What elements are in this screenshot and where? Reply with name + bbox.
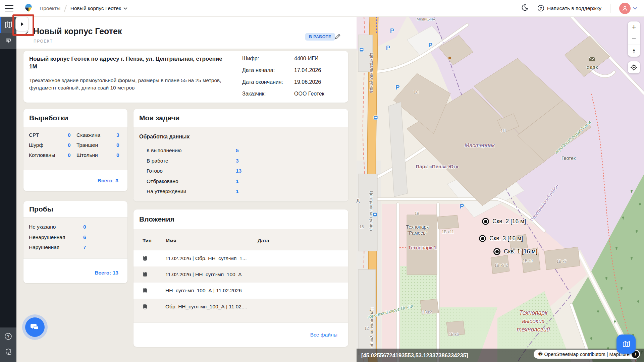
status-badge[interactable]: В РАБОТЕ xyxy=(305,33,335,41)
working-count[interactable]: 0 xyxy=(116,142,122,148)
info-field-row: Дата окончания:19.06.2026 xyxy=(242,79,343,85)
support-label: Написать в поддержку xyxy=(547,5,601,11)
task-status-label: На утверждении xyxy=(147,188,186,194)
sample-label: Нарушенная xyxy=(29,244,59,250)
dark-mode-toggle[interactable] xyxy=(521,4,529,13)
panel-expand-button[interactable] xyxy=(15,17,29,31)
chevron-down-icon xyxy=(633,7,637,10)
map-label: 1В к6 xyxy=(449,332,459,337)
sample-count[interactable]: 7 xyxy=(83,244,86,250)
app-logo[interactable] xyxy=(23,3,34,14)
borehole-marker-label: Скв. 3 [16 м] xyxy=(489,235,523,242)
samples-total-link[interactable]: Всего: 13 xyxy=(95,270,118,276)
info-field-value: 19.06.2026 xyxy=(294,79,321,85)
map-label: Медицинж xyxy=(417,17,435,21)
pencil-icon xyxy=(334,33,341,40)
working-count[interactable]: 0 xyxy=(68,132,76,138)
breadcrumb-current[interactable]: Новый корпус Геотек xyxy=(70,5,127,11)
working-count[interactable]: 0 xyxy=(68,142,76,148)
edit-button[interactable] xyxy=(334,33,342,41)
project-address: Новый корпус Геотек по адресу г. Пенза, … xyxy=(29,55,227,71)
task-status-row: Отбраковано1 xyxy=(139,176,342,187)
borehole-marker[interactable]: Скв. 1 [16 м] xyxy=(493,248,537,255)
task-status-count[interactable]: 3 xyxy=(236,158,239,164)
back-button[interactable] xyxy=(24,31,31,38)
breadcrumb-separator xyxy=(64,5,67,11)
map-label: 1В х11 xyxy=(442,230,454,234)
map-label: 16 xyxy=(359,225,364,229)
attachments-column-header: Дата xyxy=(258,238,269,243)
map-layers-button[interactable] xyxy=(616,335,636,354)
person-icon xyxy=(622,5,628,11)
project-description: Трехэтажное здание прямоугольной формы, … xyxy=(29,77,230,91)
workings-total-link[interactable]: Всего: 3 xyxy=(98,178,118,184)
breadcrumb-projects[interactable]: Проекты xyxy=(40,5,60,11)
sample-label: Не указано xyxy=(29,224,56,230)
info-field-row: Дата начала:17.04.2026 xyxy=(242,67,343,73)
info-field-label: Дата начала: xyxy=(242,67,294,73)
bullseye-icon xyxy=(479,235,486,242)
working-count[interactable]: 3 xyxy=(116,132,122,138)
sample-count[interactable]: 6 xyxy=(83,234,86,240)
map-label: 1В к2 xyxy=(422,310,432,314)
task-status-row: В работе3 xyxy=(139,156,342,166)
street-label: Центральная улица xyxy=(369,191,374,231)
zoom-out-button[interactable]: − xyxy=(628,33,640,45)
task-status-label: Готово xyxy=(147,168,163,174)
working-label: Штольни xyxy=(76,152,116,158)
info-field-row: Шифр:4400-ИГИ xyxy=(242,56,343,62)
triangle-right-icon xyxy=(21,22,23,26)
main-content: Новый корпус Геотек ПРОЕКТ В РАБОТЕ Новы… xyxy=(16,16,357,362)
hamburger-menu-icon[interactable] xyxy=(5,5,13,12)
sidebar-item-boreholes[interactable] xyxy=(0,33,16,49)
map-coordinates: [45.02556724193553,53.12337386334235] xyxy=(361,352,468,359)
sidebar-item-map[interactable] xyxy=(0,16,16,33)
sidebar: ? xyxy=(0,16,16,362)
map-label: СДЭК xyxy=(587,65,598,70)
task-status-count[interactable]: 13 xyxy=(236,168,241,174)
task-status-label: К выполнению xyxy=(147,147,181,154)
info-field-row: Заказчик:ООО Геотек xyxy=(242,91,343,97)
map-label: Технопарк-1 xyxy=(408,245,436,250)
geolocate-button[interactable] xyxy=(628,61,640,73)
samples-title: Пробы xyxy=(29,205,53,213)
avatar xyxy=(619,3,631,14)
moon-icon xyxy=(521,4,529,12)
info-field-value: 17.04.2026 xyxy=(294,67,321,73)
task-status-count[interactable]: 1 xyxy=(236,178,239,184)
attachment-row[interactable]: 11.02.2026 | Обр. НН_сугл-мп_1... xyxy=(133,250,348,266)
tasks-title: Мои задачи xyxy=(139,114,180,122)
sample-row: Не указано0 xyxy=(29,222,122,232)
attachment-row[interactable]: НН_сугл-мп_100_А | 11.02.2026 xyxy=(133,283,348,299)
map-label: 1В к8.2 xyxy=(494,263,508,268)
parking-icon: P xyxy=(390,27,394,35)
task-status-count[interactable]: 1 xyxy=(236,188,239,194)
paperclip-icon xyxy=(142,287,148,295)
task-status-count[interactable]: 5 xyxy=(236,147,239,154)
borehole-marker[interactable]: Скв. 2 [16 м] xyxy=(482,218,526,225)
attachment-row[interactable]: Обр. НН_сугл-мп_100_А | 11.02.... xyxy=(133,299,348,315)
map-label: 1Л xyxy=(414,90,419,95)
working-count[interactable]: 0 xyxy=(68,152,76,158)
attachment-row[interactable]: 11.02.2026 | НН_сугл-мп_100_А xyxy=(133,266,348,283)
chat-button[interactable] xyxy=(25,317,45,337)
sample-label: Ненарушенная xyxy=(29,234,65,240)
svg-text:?: ? xyxy=(7,334,9,339)
sidebar-help-button[interactable]: ? xyxy=(4,333,12,341)
all-files-link[interactable]: Все файлы xyxy=(310,332,337,338)
sample-count[interactable]: 0 xyxy=(83,224,86,230)
compass-button[interactable]: ▲ ▼ xyxy=(628,45,640,57)
borehole-marker[interactable]: Скв. 3 [16 м] xyxy=(479,235,523,242)
parking-icon: P xyxy=(460,203,464,210)
map-label: Мастерпак xyxy=(465,142,495,148)
borehole-marker-label: Скв. 2 [16 м] xyxy=(492,218,526,225)
sidebar-privacy-button[interactable] xyxy=(5,348,12,357)
support-button[interactable]: ? Написать в поддержку xyxy=(537,5,601,12)
user-menu[interactable] xyxy=(619,3,637,14)
zoom-in-button[interactable]: + xyxy=(628,21,640,33)
compass-down-icon: ▼ xyxy=(632,51,636,54)
map-label: МВД xyxy=(357,198,360,203)
attachments-card: Вложения ТипИмяДата 11.02.2026 | Обр. НН… xyxy=(133,209,348,347)
working-label: Траншеи xyxy=(76,142,116,148)
working-count[interactable]: 0 xyxy=(116,152,122,158)
